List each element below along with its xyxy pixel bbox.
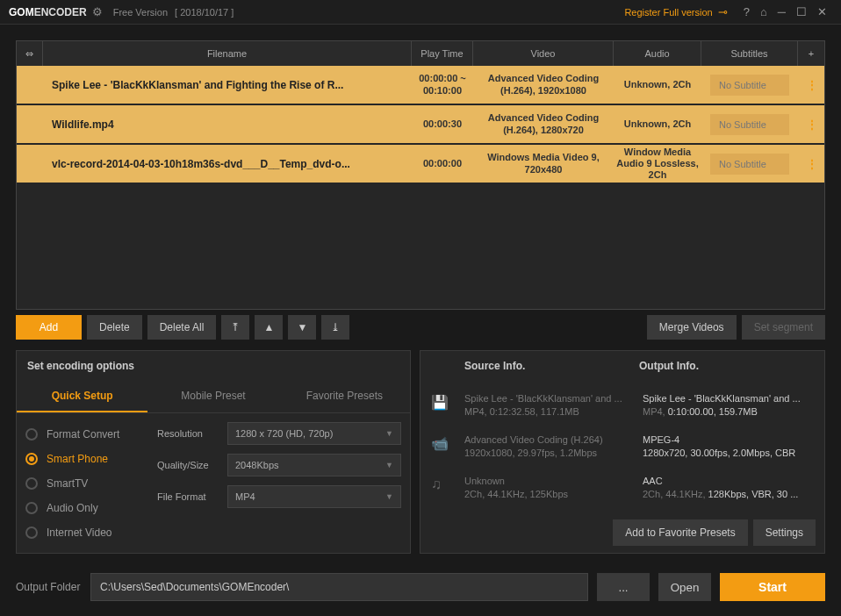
app-logo: GOMENCODER	[9, 6, 87, 18]
row-menu[interactable]: ⋮	[798, 66, 824, 104]
info-row: ♫Unknown2Ch, 44.1KHz, 125KbpsAAC2Ch, 44.…	[431, 468, 814, 509]
row-playtime: 00:00:00	[412, 145, 473, 183]
radio-format-convert[interactable]: Format Convert	[25, 422, 157, 447]
row-subtitle: No Subtitle	[701, 105, 798, 143]
row-subtitle: No Subtitle	[701, 145, 798, 183]
move-bottom-button[interactable]: ⤓	[321, 315, 349, 340]
row-playtime: 00:00:30	[412, 105, 473, 143]
chevron-down-icon: ▼	[385, 461, 393, 469]
encoding-title: Set encoding options	[17, 351, 410, 381]
add-button[interactable]: Add	[16, 315, 82, 340]
register-link[interactable]: Register Full version	[624, 7, 712, 18]
row-menu[interactable]: ⋮	[798, 105, 824, 143]
table-row[interactable]: Spike Lee - 'BlacKkKlansman' and Fightin…	[17, 66, 824, 105]
quality-select[interactable]: 2048Kbps▼	[227, 454, 401, 476]
version-label: Free Version	[113, 7, 168, 18]
row-filename: Spike Lee - 'BlacKkKlansman' and Fightin…	[43, 66, 412, 104]
row-filename: vlc-record-2014-04-03-10h18m36s-dvd___D_…	[43, 145, 412, 183]
col-video: Video	[473, 41, 614, 66]
action-bar: Add Delete Delete All ⤒ ▲ ▼ ⤓ Merge Vide…	[16, 315, 825, 340]
row-link-cell	[17, 66, 43, 104]
radio-internet-video[interactable]: Internet Video	[25, 520, 157, 545]
output-info: MPEG-41280x720, 30.00fps, 2.0Mbps, CBR	[643, 433, 814, 461]
col-filename: Filename	[43, 41, 412, 66]
link-icon[interactable]: ⇔	[17, 41, 43, 66]
start-button[interactable]: Start	[720, 573, 825, 601]
tab-favorite-presets[interactable]: Favorite Presets	[279, 381, 410, 412]
move-down-button[interactable]: ▼	[288, 315, 316, 340]
subtitle-button[interactable]: No Subtitle	[710, 154, 789, 175]
info-row: 💾Spike Lee - 'BlacKkKlansman' and ...MP4…	[431, 385, 814, 426]
settings-button[interactable]: Settings	[753, 519, 816, 546]
row-menu[interactable]: ⋮	[798, 145, 824, 183]
merge-videos-button[interactable]: Merge Videos	[647, 315, 737, 340]
help-icon[interactable]: ?	[744, 5, 750, 18]
row-video: Windows Media Video 9,720x480	[473, 145, 614, 183]
set-segment-button[interactable]: Set segment	[742, 315, 825, 340]
bottom-bar: Output Folder ... Open Start	[0, 562, 841, 612]
browse-button[interactable]: ...	[597, 573, 650, 601]
delete-all-button[interactable]: Delete All	[147, 315, 217, 340]
info-icon: ♫	[431, 475, 464, 492]
row-audio: Unknown, 2Ch	[614, 105, 701, 143]
maximize-icon[interactable]: ☐	[796, 5, 807, 18]
radio-smart-tv[interactable]: SmartTV	[25, 471, 157, 496]
open-folder-button[interactable]: Open	[658, 573, 711, 601]
more-icon: ⋮	[806, 118, 816, 132]
info-icon: 💾	[431, 392, 464, 411]
col-subtitles: Subtitles	[701, 41, 798, 66]
more-icon: ⋮	[806, 78, 816, 92]
subtitle-button[interactable]: No Subtitle	[710, 75, 789, 96]
info-icon: 📹	[431, 433, 464, 452]
encoding-options-panel: Set encoding options Quick Setup Mobile …	[16, 350, 411, 554]
move-up-button[interactable]: ▲	[255, 315, 283, 340]
row-audio: Unknown, 2Ch	[614, 66, 701, 104]
row-audio: Window Media Audio 9 Lossless, 2Ch	[614, 145, 701, 183]
col-audio: Audio	[614, 41, 701, 66]
fileformat-label: File Format	[157, 491, 227, 502]
row-subtitle: No Subtitle	[701, 66, 798, 104]
source-info: Spike Lee - 'BlacKkKlansman' and ...MP4,…	[464, 392, 643, 419]
home-icon[interactable]: ⌂	[760, 5, 767, 18]
output-folder-label: Output Folder	[16, 581, 82, 593]
radio-smart-phone[interactable]: Smart Phone	[25, 447, 157, 471]
info-row: 📹Advanced Video Coding (H.264)1920x1080,…	[431, 426, 814, 468]
chevron-down-icon: ▼	[385, 492, 393, 501]
info-panel: Source Info. Output Info. 💾Spike Lee - '…	[420, 350, 825, 554]
col-playtime: Play Time	[412, 41, 473, 66]
resolution-label: Resolution	[157, 428, 227, 439]
radio-audio-only[interactable]: Audio Only	[25, 496, 157, 520]
delete-button[interactable]: Delete	[87, 315, 142, 340]
fileformat-select[interactable]: MP4▼	[227, 485, 401, 508]
move-top-button[interactable]: ⤒	[221, 315, 249, 340]
close-icon[interactable]: ✕	[817, 5, 827, 18]
file-table: ⇔ Filename Play Time Video Audio Subtitl…	[16, 40, 825, 310]
row-video: Advanced Video Coding(H.264), 1280x720	[473, 105, 614, 143]
row-link-cell	[17, 145, 43, 183]
add-column-button[interactable]: +	[798, 41, 824, 66]
output-info: AAC2Ch, 44.1KHz, 128Kbps, VBR, 30 ...	[643, 475, 814, 502]
tab-mobile-preset[interactable]: Mobile Preset	[147, 381, 278, 412]
add-favorite-preset-button[interactable]: Add to Favorite Presets	[613, 519, 747, 546]
title-bar: GOMENCODER ⚙ Free Version [ 2018/10/17 ]…	[0, 0, 841, 25]
row-link-cell	[17, 105, 43, 143]
row-video: Advanced Video Coding(H.264), 1920x1080	[473, 66, 614, 104]
gear-icon[interactable]: ⚙	[92, 5, 103, 18]
source-info: Advanced Video Coding (H.264)1920x1080, …	[464, 433, 643, 461]
row-playtime: 00:00:00 ~00:10:00	[412, 66, 473, 104]
chevron-down-icon: ▼	[385, 429, 393, 438]
minimize-icon[interactable]: ─	[778, 5, 786, 18]
subtitle-button[interactable]: No Subtitle	[710, 114, 789, 135]
source-info: Unknown2Ch, 44.1KHz, 125Kbps	[464, 475, 643, 502]
row-filename: Wildlife.mp4	[43, 105, 412, 143]
key-icon[interactable]: ⊸	[718, 5, 728, 18]
output-info-header: Output Info.	[639, 360, 814, 372]
table-row[interactable]: Wildlife.mp400:00:30Advanced Video Codin…	[17, 105, 824, 145]
output-folder-input[interactable]	[90, 573, 588, 601]
resolution-select[interactable]: 1280 x 720 (HD, 720p)▼	[227, 422, 401, 445]
output-info: Spike Lee - 'BlacKkKlansman' and ...MP4,…	[643, 392, 814, 419]
table-header: ⇔ Filename Play Time Video Audio Subtitl…	[17, 41, 824, 66]
quality-label: Quality/Size	[157, 460, 227, 470]
table-row[interactable]: vlc-record-2014-04-03-10h18m36s-dvd___D_…	[17, 145, 824, 184]
tab-quick-setup[interactable]: Quick Setup	[17, 381, 147, 412]
